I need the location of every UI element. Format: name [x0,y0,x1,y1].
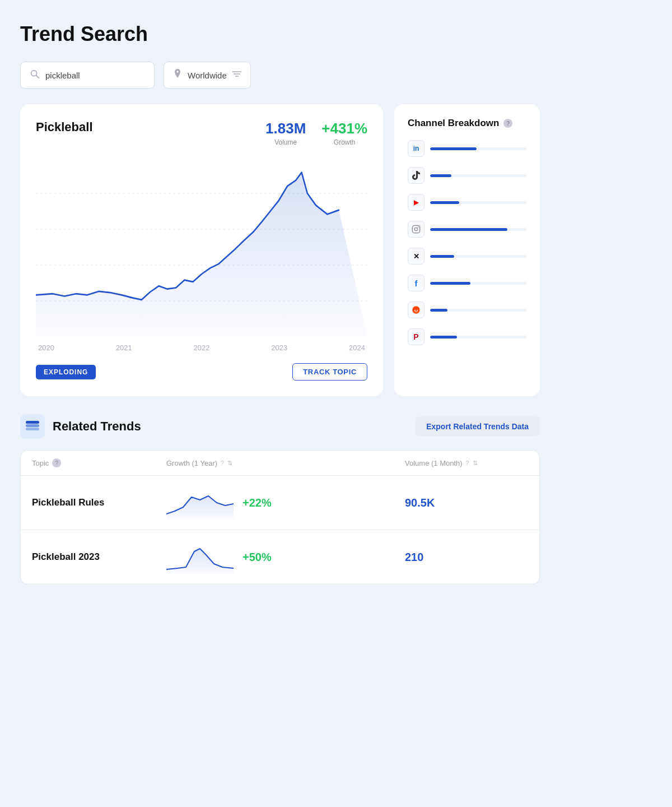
svg-point-12 [418,227,419,228]
growth-help-icon[interactable]: ? [221,460,224,466]
twitter-bar [430,255,454,258]
linkedin-icon: in [408,140,424,157]
svg-point-15 [417,310,418,311]
row-growth-cell-1: +22% [166,486,405,520]
reddit-bar-wrap [430,309,526,312]
svg-point-13 [412,306,419,313]
location-label: Worldwide [188,71,227,80]
volume-label: Volume [265,138,306,146]
related-title-wrap: Related Trends [20,414,141,439]
svg-rect-17 [26,428,39,430]
filter-icon [232,70,241,80]
location-selector[interactable]: Worldwide [164,62,251,89]
related-trends-title: Related Trends [53,419,141,434]
channel-item-instagram [408,221,526,238]
svg-point-11 [414,228,417,230]
tiktok-bar-wrap [430,174,526,177]
channel-item-twitter: ✕ [408,248,526,265]
chart-years: 2020 2021 2022 2023 2024 [36,344,367,352]
main-section: Pickleball 1.83M Volume +431% Growth [20,104,540,396]
youtube-bar [430,201,459,204]
year-2020: 2020 [38,344,54,352]
mini-chart-1 [166,486,234,520]
th-growth: Growth (1 Year) ? ⇅ [166,458,405,467]
search-bar: Worldwide [20,62,540,89]
page-title: Trend Search [20,22,540,46]
pinterest-bar-wrap [430,336,526,338]
tiktok-icon [408,167,424,184]
pinterest-icon: P [408,328,424,345]
channel-breakdown-card: Channel Breakdown ? in [394,104,540,396]
chart-card: Pickleball 1.83M Volume +431% Growth [20,104,383,396]
channel-item-pinterest: P [408,328,526,345]
row-topic-1: Pickleball Rules [32,497,166,508]
channel-item-youtube: ▶ [408,194,526,211]
youtube-icon: ▶ [408,194,424,211]
linkedin-bar [430,147,477,150]
track-topic-button[interactable]: TRACK TOPIC [292,363,367,381]
chart-header: Pickleball 1.83M Volume +431% Growth [36,120,367,146]
mini-chart-2 [166,540,234,574]
pinterest-bar [430,336,457,338]
growth-pct-2: +50% [242,551,272,564]
growth-stat: +431% Growth [321,120,367,146]
search-input-wrap[interactable] [20,62,155,89]
growth-label: Growth [321,138,367,146]
youtube-bar-wrap [430,201,526,204]
volume-sort-icon[interactable]: ⇅ [473,460,478,467]
topic-help-icon[interactable]: ? [52,458,61,467]
related-trends-icon [20,414,45,439]
instagram-bar [430,228,507,231]
growth-sort-icon[interactable]: ⇅ [227,460,232,467]
search-input[interactable] [45,71,145,80]
export-button[interactable]: Export Related Trends Data [415,416,540,437]
growth-value: +431% [321,120,367,137]
chart-footer: EXPLODING TRACK TOPIC [36,363,367,381]
chart-stats: 1.83M Volume +431% Growth [265,120,367,146]
chart-title: Pickleball [36,120,93,134]
year-2022: 2022 [194,344,210,352]
location-pin-icon [173,69,182,81]
facebook-icon: f [408,275,424,291]
reddit-bar [430,309,447,312]
facebook-bar-wrap [430,282,526,285]
channel-item-linkedin: in [408,140,526,157]
table-row: Pickleball 2023 +50% 210 [21,530,539,584]
trends-table: Topic ? Growth (1 Year) ? ⇅ Volume (1 Mo… [20,450,540,585]
twitter-bar-wrap [430,255,526,258]
channel-item-tiktok [408,167,526,184]
volume-help-icon[interactable]: ? [466,460,469,466]
svg-rect-19 [26,421,39,424]
growth-pct-1: +22% [242,497,272,509]
table-header: Topic ? Growth (1 Year) ? ⇅ Volume (1 Mo… [21,451,539,476]
twitter-icon: ✕ [408,248,424,265]
row-growth-cell-2: +50% [166,540,405,574]
year-2023: 2023 [271,344,287,352]
th-topic: Topic ? [32,458,166,467]
linkedin-bar-wrap [430,147,526,150]
svg-point-16 [418,308,419,310]
channel-title: Channel Breakdown ? [408,118,526,129]
instagram-bar-wrap [430,228,526,231]
year-2021: 2021 [116,344,132,352]
svg-line-1 [36,76,39,78]
channel-help-icon[interactable]: ? [503,119,512,128]
row-topic-2: Pickleball 2023 [32,551,166,563]
tiktok-bar [430,174,451,177]
svg-rect-10 [412,225,419,233]
table-row: Pickleball Rules +22% 90.5K [21,476,539,530]
facebook-bar [430,282,470,285]
volume-value: 1.83M [265,120,306,137]
reddit-icon [408,302,424,318]
channel-list: in ▶ [408,140,526,345]
trend-chart [36,157,367,337]
row-volume-2: 210 [405,551,528,564]
exploding-badge: EXPLODING [36,365,96,379]
year-2024: 2024 [349,344,365,352]
channel-item-reddit [408,302,526,318]
row-volume-1: 90.5K [405,497,528,509]
svg-point-14 [414,310,416,311]
related-trends-header: Related Trends Export Related Trends Dat… [20,414,540,439]
search-icon [30,69,40,81]
instagram-icon [408,221,424,238]
